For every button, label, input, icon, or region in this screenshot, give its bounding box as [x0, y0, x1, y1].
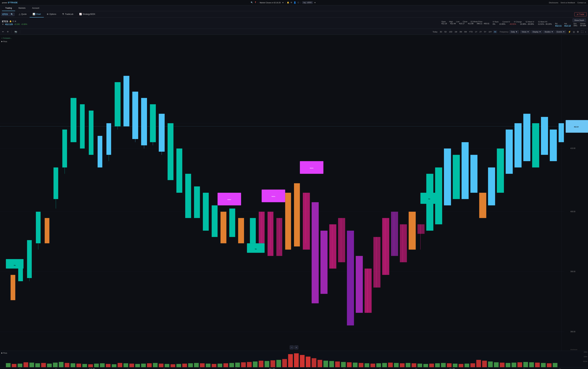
grid-icon[interactable]: ⊞ — [15, 20, 16, 22]
svg-rect-38 — [107, 123, 111, 155]
events-dropdown-icon: ▼ — [563, 31, 565, 33]
svg-rect-82 — [276, 218, 282, 256]
toolbar-dropdowns: Views ▼ Display ▼ Studies ▼ Events ▼ — [520, 30, 566, 33]
svg-rect-50 — [159, 114, 165, 152]
crosshair-button[interactable]: ✛ — [6, 30, 10, 33]
svg-rect-197 — [270, 360, 275, 367]
ticker-icons: 🔔 ☰ ⊞ — [9, 20, 16, 22]
time-label-apr: Apr '23 — [434, 368, 470, 369]
period-1y[interactable]: 1Y — [474, 30, 478, 33]
svg-rect-233 — [482, 361, 487, 367]
close-label: Close — [463, 20, 467, 22]
period-10d[interactable]: 10D — [448, 30, 453, 33]
contact-link[interactable]: Contact us — [577, 2, 586, 4]
bid-ask-section: Show Depth Bid 412.11 Ask 412.12 Size 19… — [555, 19, 586, 27]
period-5y[interactable]: 5Y — [483, 30, 487, 33]
events-dropdown[interactable]: Events ▼ — [555, 30, 566, 33]
trade-button[interactable]: ⇄ Trade — [574, 12, 587, 16]
svg-rect-60 — [203, 193, 209, 231]
svg-text:Go: Go — [255, 248, 257, 250]
zoom-in-button[interactable]: + — [294, 345, 298, 349]
period-all[interactable]: All — [493, 30, 497, 33]
tab-strategyseek[interactable]: 📈 StrategySEEK — [76, 11, 98, 18]
time-label-24: 24 — [542, 368, 578, 369]
svg-rect-237 — [506, 363, 510, 367]
symbol-input[interactable] — [2, 13, 11, 15]
studies-dropdown[interactable]: Studies ▼ — [543, 30, 555, 33]
svg-rect-183 — [188, 363, 193, 367]
svg-rect-192 — [241, 362, 246, 367]
location-icon[interactable]: 📍 — [254, 1, 257, 4]
period-3m[interactable]: 3M — [458, 30, 463, 33]
nav-markets[interactable]: Markets — [15, 5, 29, 11]
svg-rect-228 — [453, 364, 458, 367]
svg-rect-92 — [312, 202, 319, 303]
show-depth-button[interactable]: Show Depth — [573, 19, 586, 22]
iv-section: IV Rank Current IV IV Change 52 Week IV … — [493, 20, 552, 25]
svg-rect-88 — [303, 193, 310, 250]
chevron-icon[interactable]: › — [585, 30, 587, 34]
time-label-6a: 6 — [110, 368, 146, 369]
svg-rect-20 — [27, 240, 32, 278]
tag-dropdown-icon[interactable]: ▼ — [314, 2, 316, 4]
period-6m[interactable]: 6M — [463, 30, 468, 33]
period-2y[interactable]: 2Y — [478, 30, 483, 33]
disclosure-link[interactable]: Disclosure — [570, 349, 577, 350]
tab-options[interactable]: ⊕ Options — [44, 11, 59, 18]
plots-toggle[interactable]: ▶ Plots — [1, 40, 12, 43]
symbol-input-wrap[interactable]: 🔍 — [1, 13, 14, 16]
iv-values-row: 0% 13.95% -42.81% 15.99% - 28.09% 11.51%… — [493, 23, 552, 25]
top-bar-right: Disclosures Send us feedback Contact us — [549, 2, 586, 4]
tab-quote[interactable]: △ Quote — [16, 11, 30, 18]
share-icon[interactable]: ⬡ — [298, 1, 299, 4]
compare-button[interactable]: + Compare... — [1, 37, 12, 39]
zoom-out-button[interactable]: − — [290, 345, 294, 349]
volume-plots-toggle[interactable]: ▶ Plots — [1, 351, 8, 354]
gear-chart-icon[interactable]: ⚙ — [576, 30, 580, 34]
dropdown-arrow[interactable]: ▼ — [2, 23, 4, 25]
tab-tradelab[interactable]: ⚗ TradeLab — [59, 11, 76, 18]
svg-rect-112 — [400, 224, 407, 262]
bell-ticker-icon[interactable]: 🔔 — [9, 20, 12, 22]
ask-group: Ask 412.12 — [564, 23, 571, 27]
ticker-symbol: ETCS — [2, 20, 8, 23]
logo-power: power — [2, 2, 7, 4]
svg-rect-230 — [465, 364, 469, 367]
svg-rect-179 — [165, 364, 169, 367]
list-icon[interactable]: ☰ — [12, 20, 14, 22]
search-icon[interactable]: 🔍 — [251, 1, 253, 4]
period-today[interactable]: Today — [432, 30, 438, 33]
circle-icon[interactable]: ◎ — [572, 30, 576, 34]
period-1m[interactable]: 1M — [454, 30, 458, 33]
draw-tool-button[interactable]: ✏ — [1, 30, 5, 33]
svg-rect-241 — [529, 362, 534, 367]
period-5d[interactable]: 5D — [443, 30, 448, 33]
symbol-search-button[interactable]: 🔍 — [11, 13, 13, 15]
period-ytd[interactable]: YTD — [468, 30, 474, 33]
svg-text:NoGo: NoGo — [272, 196, 275, 197]
user-icon[interactable]: 👤 — [293, 1, 296, 4]
lightning-icon[interactable]: ⚡ — [568, 30, 572, 34]
expand-icon[interactable]: ⛶ — [580, 30, 584, 34]
period-10y[interactable]: 10Y — [488, 30, 493, 33]
disclosures-link[interactable]: Disclosures — [549, 2, 558, 4]
frequency-dropdown[interactable]: Daily ▼ — [509, 30, 519, 33]
svg-rect-234 — [488, 361, 493, 367]
feedback-link[interactable]: Send us feedback — [560, 2, 575, 4]
timer-dropdown-icon[interactable]: ▼ — [282, 2, 284, 4]
svg-rect-162 — [65, 363, 70, 367]
bell-icon[interactable]: 🔔 — [287, 1, 289, 4]
display-dropdown[interactable]: Display ▼ — [531, 30, 542, 33]
settings-icon[interactable]: ⚙ — [290, 1, 292, 4]
tag-label: tag - x8494 — [302, 1, 313, 4]
svg-rect-200 — [288, 354, 293, 367]
period-3d[interactable]: 3D — [439, 30, 443, 33]
nav-trading[interactable]: Trading — [2, 5, 15, 11]
views-dropdown[interactable]: Views ▼ — [520, 30, 530, 33]
nav-account[interactable]: Account — [29, 5, 42, 11]
screenshot-button[interactable]: 📷 — [14, 30, 18, 33]
candlestick-chart: 412.13 410.00 400.00 390.00 380.00 412.1… — [0, 35, 588, 351]
tab-chart[interactable]: 📊 Chart — [30, 11, 44, 18]
ask-label: Ask — [564, 23, 571, 25]
svg-rect-189 — [223, 363, 228, 367]
